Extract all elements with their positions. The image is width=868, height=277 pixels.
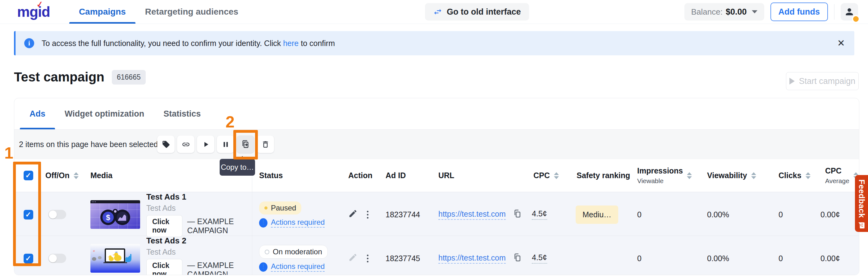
header-safety-ranking: Safety ranking <box>572 159 632 192</box>
svg-text:$: $ <box>106 213 110 222</box>
ad-id-cell: 18237744 <box>381 192 434 237</box>
status-dot-icon <box>265 250 269 254</box>
top-navbar: mgid✓ Campaigns Retargeting audiences Go… <box>0 0 868 24</box>
header-clicks: Clicks <box>774 159 820 192</box>
more-options-button[interactable] <box>366 253 370 264</box>
go-to-old-interface-button[interactable]: Go to old interface <box>425 3 529 21</box>
nav-item-retargeting-audiences[interactable]: Retargeting audiences <box>135 0 248 24</box>
impressions-cell: 0 <box>632 192 703 237</box>
banner-text: To access the full functionality, you ne… <box>42 39 335 48</box>
viewability-cell: 0.00% <box>703 236 774 275</box>
actions-required-link[interactable]: ! Actions required <box>259 262 324 272</box>
ad-subtitle: Test Ads <box>146 247 252 256</box>
chevron-down-icon <box>752 10 757 13</box>
mgid-logo[interactable]: mgid✓ <box>17 5 50 19</box>
sort-impressions[interactable] <box>687 172 692 179</box>
ad-title: Test Ads 2 <box>146 236 252 246</box>
pause-button[interactable] <box>217 136 234 153</box>
cpc-value[interactable]: 4.5¢ <box>532 253 547 264</box>
status-badge: Paused <box>259 201 301 215</box>
link-icon <box>182 140 190 148</box>
click-now-pill: Click now <box>146 215 182 237</box>
page-title: Test campaign <box>14 70 104 85</box>
clicks-label: Clicks <box>778 171 802 180</box>
cpc-label: CPC <box>533 171 550 180</box>
selection-toolbar: 2 items on this page have been selected. <box>14 130 859 159</box>
header-right-group: Balance: $0.00 Add funds <box>684 3 858 21</box>
status-cell: Paused ! Actions required <box>252 192 344 237</box>
clicks-cell: 0 <box>774 236 820 275</box>
actions-required-link[interactable]: ! Actions required <box>259 218 324 227</box>
status-label: Status <box>259 171 283 180</box>
copy-icon <box>513 253 522 262</box>
pause-icon <box>221 140 230 148</box>
url-cell: https://test.test.com <box>434 192 527 237</box>
off-on-toggle[interactable] <box>48 254 66 263</box>
edit-button[interactable] <box>348 209 358 220</box>
table-row: ✓ Test Ads 2 Test Ads <box>14 236 859 275</box>
table-row: ✓ $ Test Ads 1 Test Ads Click <box>14 192 859 236</box>
feedback-smiley-icon <box>858 221 866 229</box>
campaign-tabs: Ads Widget optimization Statistics <box>14 98 859 130</box>
tag-button[interactable] <box>157 136 175 153</box>
link-button[interactable] <box>177 136 194 153</box>
copy-url-button[interactable] <box>513 253 522 264</box>
ad-info: Test Ads 2 Test Ads Click now — EXAMPLE … <box>146 236 252 275</box>
start-campaign-button[interactable]: Start campaign <box>786 72 859 90</box>
delete-button[interactable] <box>257 136 274 153</box>
play-icon <box>202 140 210 148</box>
ad-url-link[interactable]: https://test.test.com <box>438 210 506 220</box>
cpc-value[interactable]: 4.5¢ <box>532 209 547 220</box>
ad-info: Test Ads 1 Test Ads Click now — EXAMPLE … <box>146 192 252 237</box>
campaign-card: Ads Widget optimization Statistics 2 ite… <box>14 98 859 275</box>
pencil-icon <box>348 209 358 218</box>
cpc-cell: 4.5¢ <box>527 192 572 237</box>
table-header-row: ✓ Off/On Media Status Action Ad ID URL C… <box>14 159 859 192</box>
main-nav: Campaigns Retargeting audiences <box>69 0 248 24</box>
header-viewability: Viewability <box>703 159 774 192</box>
safety-cell: Mediu… <box>572 192 632 237</box>
account-menu-button[interactable] <box>841 3 858 21</box>
ad-thumbnail <box>90 244 140 273</box>
select-all-checkbox[interactable]: ✓ <box>24 171 33 180</box>
edit-button[interactable] <box>348 253 358 264</box>
tab-widget-optimization[interactable]: Widget optimization <box>55 98 154 129</box>
balance-dropdown[interactable]: Balance: $0.00 <box>684 3 764 21</box>
row-checkbox[interactable]: ✓ <box>24 210 33 220</box>
campaign-note: — EXAMPLE CAMPAIGN <box>187 261 252 275</box>
ad-url-link[interactable]: https://test.test.com <box>438 253 506 264</box>
status-dot-icon <box>265 206 268 210</box>
viewability-label: Viewability <box>707 171 747 180</box>
more-options-button[interactable] <box>366 210 370 220</box>
close-icon[interactable]: ✕ <box>837 38 845 48</box>
action-cell <box>344 236 381 275</box>
add-funds-button[interactable]: Add funds <box>770 2 828 21</box>
copy-to-button[interactable] <box>237 136 254 153</box>
header-status: Status <box>252 159 344 192</box>
impressions-label: Impressions <box>637 166 683 175</box>
sort-viewability[interactable] <box>751 172 756 179</box>
feedback-tab[interactable]: Feedback <box>855 175 868 232</box>
tab-ads[interactable]: Ads <box>20 98 55 129</box>
cpc-average-cell: 0.00¢ <box>820 192 859 237</box>
row-checkbox[interactable]: ✓ <box>24 254 33 263</box>
click-now-pill: Click now <box>146 259 182 275</box>
play-button[interactable] <box>197 136 214 153</box>
confirm-here-link[interactable]: here <box>283 39 299 48</box>
header-off-on: Off/On <box>42 159 78 192</box>
status-cell: On moderation ! Actions required <box>252 236 344 275</box>
ad-thumbnail: $ <box>90 200 140 229</box>
off-on-toggle[interactable] <box>48 210 66 219</box>
cpc-average-label: CPC <box>825 166 849 175</box>
impressions-cell: 0 <box>632 236 703 275</box>
exclamation-icon: ! <box>259 262 268 272</box>
tab-statistics[interactable]: Statistics <box>154 98 210 129</box>
sort-cpc[interactable] <box>554 172 559 179</box>
old-interface-label: Go to old interface <box>447 7 521 17</box>
nav-item-campaigns[interactable]: Campaigns <box>69 0 135 24</box>
copy-url-button[interactable] <box>513 209 522 220</box>
sort-clicks[interactable] <box>806 172 810 179</box>
bulk-action-buttons <box>157 136 274 153</box>
play-icon <box>789 78 795 85</box>
copy-icon <box>513 209 522 218</box>
